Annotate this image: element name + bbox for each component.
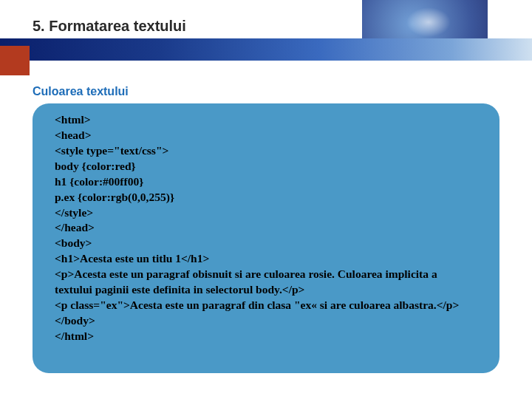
code-line: <p>Acesta este un paragraf obisnuit si a… bbox=[55, 267, 477, 298]
code-line: <style type="text/css"> bbox=[55, 143, 477, 159]
code-line: <body> bbox=[55, 236, 477, 251]
code-line: </style> bbox=[55, 205, 477, 221]
code-line: p.ex {color:rgb(0,0,255)} bbox=[55, 190, 477, 205]
code-line: body {color:red} bbox=[55, 159, 477, 174]
code-line: <h1>Acesta este un titlu 1</h1> bbox=[55, 251, 477, 267]
code-line: <html> bbox=[55, 112, 477, 128]
code-line: </body> bbox=[55, 313, 477, 329]
page-title: 5. Formatarea textului bbox=[33, 18, 186, 35]
section-subtitle: Culoarea textului bbox=[33, 85, 129, 98]
code-line: <p class="ex">Acesta este un paragraf di… bbox=[55, 298, 477, 313]
accent-block bbox=[0, 46, 30, 75]
header-stripe bbox=[0, 38, 532, 61]
code-line: <head> bbox=[55, 128, 477, 143]
code-line: h1 {color:#00ff00} bbox=[55, 174, 477, 190]
code-line: </head> bbox=[55, 220, 477, 236]
code-line: </html> bbox=[55, 329, 477, 344]
code-example-block: <html> <head> <style type="text/css"> bo… bbox=[33, 103, 499, 373]
